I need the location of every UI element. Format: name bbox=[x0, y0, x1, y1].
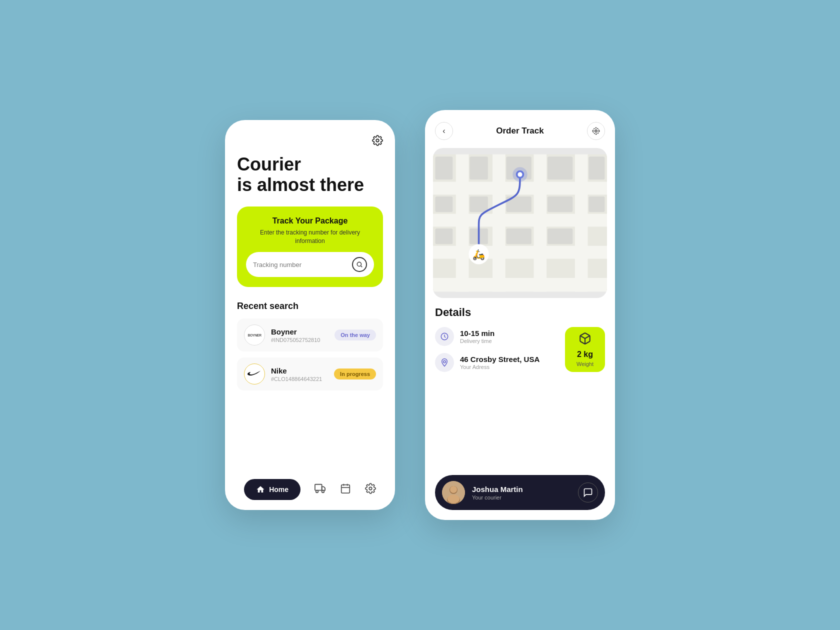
nike-status: In progress bbox=[334, 368, 376, 380]
nike-name: Nike bbox=[271, 366, 328, 375]
settings-icon-top[interactable] bbox=[372, 135, 383, 149]
svg-rect-37 bbox=[506, 228, 532, 244]
svg-point-1 bbox=[357, 262, 361, 266]
svg-marker-4 bbox=[322, 486, 325, 490]
nike-number: #CLO148864643221 bbox=[271, 376, 328, 382]
track-card: Track Your Package Enter the tracking nu… bbox=[237, 206, 383, 288]
tracking-input-wrap bbox=[246, 252, 374, 277]
svg-point-12 bbox=[595, 130, 598, 132]
hero-title: Courier is almost there bbox=[237, 154, 383, 196]
svg-point-11 bbox=[369, 487, 372, 490]
weight-card: 2 kg Weight bbox=[565, 327, 605, 372]
location-button[interactable] bbox=[587, 122, 605, 140]
map-container: 🛵 bbox=[433, 148, 607, 298]
svg-rect-26 bbox=[575, 154, 588, 292]
boyner-status: On the way bbox=[334, 330, 376, 340]
truck-nav-icon[interactable] bbox=[314, 483, 326, 496]
svg-rect-32 bbox=[470, 196, 488, 212]
svg-point-52 bbox=[450, 486, 457, 493]
clock-icon bbox=[435, 327, 454, 346]
details-title: Details bbox=[435, 306, 605, 319]
svg-rect-29 bbox=[548, 156, 572, 180]
svg-point-6 bbox=[322, 490, 324, 492]
svg-line-2 bbox=[361, 266, 362, 268]
nike-logo bbox=[244, 364, 265, 384]
boyner-number: #IND075052752810 bbox=[271, 337, 328, 343]
location-icon bbox=[435, 353, 454, 372]
details-section: Details 10-15 min Delivery time bbox=[425, 306, 615, 475]
courier-card: Joshua Martin Your courier bbox=[435, 475, 605, 510]
recent-list: BOYNER Boyner #IND075052752810 On the wa… bbox=[237, 318, 383, 466]
svg-rect-34 bbox=[548, 196, 572, 212]
svg-point-5 bbox=[316, 490, 318, 492]
svg-rect-7 bbox=[341, 484, 350, 493]
svg-point-47 bbox=[444, 360, 446, 363]
home-button[interactable]: Home bbox=[244, 479, 300, 500]
order-title: Order Track bbox=[496, 126, 544, 136]
time-detail-row: 10-15 min Delivery time bbox=[435, 327, 559, 346]
svg-rect-38 bbox=[548, 228, 572, 244]
delivery-time-label: Delivery time bbox=[460, 338, 494, 344]
nike-info: Nike #CLO148864643221 bbox=[271, 366, 328, 382]
left-phone: Courier is almost there Track Your Packa… bbox=[225, 120, 395, 510]
back-button[interactable]: ‹ bbox=[435, 122, 453, 140]
svg-rect-40 bbox=[588, 196, 604, 212]
svg-rect-31 bbox=[436, 156, 453, 180]
bottom-nav: Home bbox=[237, 471, 383, 500]
svg-rect-30 bbox=[588, 156, 604, 180]
address-value: 46 Crosby Street, USA bbox=[460, 355, 540, 364]
settings-nav-icon[interactable] bbox=[365, 483, 376, 496]
boyner-name: Boyner bbox=[271, 328, 328, 336]
svg-text:🛵: 🛵 bbox=[472, 248, 486, 260]
svg-rect-39 bbox=[436, 228, 453, 244]
svg-point-13 bbox=[593, 128, 599, 134]
svg-rect-3 bbox=[315, 484, 322, 490]
recent-search-title: Recent search bbox=[237, 301, 383, 312]
track-card-title: Track Your Package bbox=[246, 216, 374, 226]
courier-role: Your courier bbox=[472, 494, 571, 500]
right-phone: ‹ Order Track bbox=[425, 110, 615, 520]
order-header: ‹ Order Track bbox=[425, 110, 615, 148]
svg-rect-25 bbox=[534, 154, 546, 292]
svg-point-43 bbox=[518, 172, 522, 176]
chat-button[interactable] bbox=[578, 482, 598, 502]
address-label: Your Adress bbox=[460, 364, 540, 370]
svg-point-0 bbox=[376, 139, 379, 142]
weight-value: 2 kg bbox=[577, 350, 593, 359]
details-grid: 10-15 min Delivery time 46 Crosby Street… bbox=[435, 327, 605, 372]
svg-rect-35 bbox=[436, 196, 453, 212]
svg-point-53 bbox=[448, 494, 460, 504]
courier-name: Joshua Martin bbox=[472, 485, 571, 494]
recent-item-nike[interactable]: Nike #CLO148864643221 In progress bbox=[237, 358, 383, 390]
svg-rect-27 bbox=[470, 156, 488, 180]
calendar-nav-icon[interactable] bbox=[340, 483, 351, 496]
box-icon bbox=[578, 332, 592, 348]
tracking-input[interactable] bbox=[253, 261, 348, 268]
boyner-logo: BOYNER bbox=[244, 324, 265, 346]
details-left: 10-15 min Delivery time 46 Crosby Street… bbox=[435, 327, 559, 372]
courier-info: Joshua Martin Your courier bbox=[472, 485, 571, 500]
courier-avatar bbox=[442, 481, 465, 504]
search-button[interactable] bbox=[352, 257, 367, 272]
svg-rect-23 bbox=[456, 154, 469, 292]
boyner-info: Boyner #IND075052752810 bbox=[271, 328, 328, 343]
delivery-time-value: 10-15 min bbox=[460, 329, 494, 338]
svg-rect-24 bbox=[492, 154, 506, 292]
weight-label: Weight bbox=[576, 361, 594, 367]
recent-item-boyner[interactable]: BOYNER Boyner #IND075052752810 On the wa… bbox=[237, 318, 383, 352]
track-card-subtitle: Enter the tracking number for delivery i… bbox=[246, 228, 374, 246]
address-detail-row: 46 Crosby Street, USA Your Adress bbox=[435, 353, 559, 372]
